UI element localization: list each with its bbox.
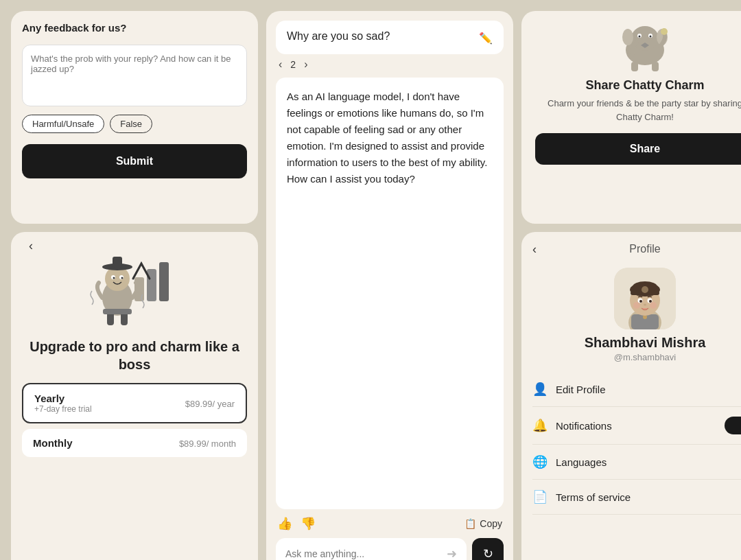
profile-card: ‹ Profile: [521, 232, 741, 560]
upgrade-card: ‹ Upgrade to pro and charm like a: [11, 232, 258, 560]
chat-vote: 👍 👎: [277, 516, 316, 531]
chat-question-text: Why are you so sad?: [287, 30, 473, 43]
svg-point-10: [661, 28, 668, 35]
page-number: 2: [290, 59, 296, 70]
plan-yearly[interactable]: Yearly +7-day free trial $89.99/ year: [22, 383, 247, 423]
svg-point-4: [639, 36, 641, 38]
plan-monthly[interactable]: Monthly $89.99/ month: [22, 429, 247, 457]
profile-menu-notifications[interactable]: 🔔 Notifications: [532, 407, 741, 445]
terms-label: Terms of service: [556, 491, 631, 503]
svg-point-37: [649, 300, 652, 303]
upgrade-back-button[interactable]: ‹: [21, 235, 41, 256]
feedback-card: Any feedback for us? Harmful/Unsafe Fals…: [11, 11, 258, 224]
chat-answer-box: As an AI language model, I don't have fe…: [276, 78, 504, 509]
upgrade-mascot: [86, 243, 183, 332]
svg-point-20: [113, 277, 115, 279]
profile-name: Shambhavi Mishra: [521, 335, 741, 351]
profile-title: Profile: [629, 243, 660, 255]
chat-input[interactable]: [285, 548, 441, 559]
submit-button[interactable]: Submit: [22, 144, 247, 178]
refresh-button[interactable]: ↻: [472, 538, 504, 560]
svg-rect-13: [159, 262, 169, 301]
plan-yearly-label: Yearly: [34, 393, 92, 404]
svg-point-6: [622, 29, 633, 45]
terms-icon: 📄: [532, 489, 548, 504]
send-icon[interactable]: ➜: [447, 546, 457, 560]
profile-menu: 👤 Edit Profile › 🔔 Notifications 🌐 Langu…: [521, 372, 741, 515]
copy-label: Copy: [480, 518, 502, 529]
refresh-icon: ↻: [483, 546, 493, 560]
plan-monthly-label: Monthly: [33, 437, 73, 449]
share-card: Share Chatty Charm Charm your friends & …: [521, 11, 741, 224]
chat-answer-text: As an AI language model, I don't have fe…: [287, 89, 493, 187]
svg-rect-12: [147, 269, 156, 301]
thumbup-button[interactable]: 👍: [277, 516, 292, 531]
svg-point-40: [650, 302, 657, 309]
svg-rect-17: [113, 257, 122, 268]
svg-rect-24: [103, 309, 132, 314]
thumbdown-button[interactable]: 👎: [301, 516, 316, 531]
profile-handle: @m.shambhavi: [521, 352, 741, 362]
upgrade-title: Upgrade to pro and charm like a boss: [22, 338, 247, 373]
tag-harmful[interactable]: Harmful/Unsafe: [22, 115, 104, 133]
plan-yearly-sublabel: +7-day free trial: [34, 404, 92, 414]
chat-question-box: Why are you so sad? ✏️: [276, 21, 504, 54]
svg-point-39: [633, 302, 640, 309]
svg-point-5: [650, 36, 652, 38]
copy-icon: 📋: [464, 518, 476, 529]
chat-pagination: ‹ 2 ›: [277, 58, 513, 71]
profile-back-button[interactable]: ‹: [532, 242, 537, 257]
plan-yearly-price: $89.99/ year: [185, 397, 235, 409]
feedback-textarea[interactable]: [22, 45, 247, 106]
share-title: Share Chatty Charm: [585, 78, 704, 93]
share-subtitle: Charm your friends & be the party star b…: [535, 97, 741, 124]
next-page-button[interactable]: ›: [303, 58, 309, 71]
svg-point-38: [644, 304, 646, 306]
notifications-icon: 🔔: [532, 418, 548, 433]
chat-input-wrap: ➜: [276, 538, 467, 560]
feedback-title: Any feedback for us?: [22, 22, 247, 34]
copy-button[interactable]: 📋 Copy: [464, 518, 502, 529]
languages-icon: 🌐: [532, 454, 548, 469]
share-button[interactable]: Share: [535, 133, 741, 165]
tag-row: Harmful/Unsafe False: [22, 115, 247, 133]
prev-page-button[interactable]: ‹: [277, 58, 283, 71]
avatar: [614, 268, 676, 329]
chat-actions: 👍 👎 📋 Copy: [266, 516, 513, 538]
edit-profile-icon: 👤: [532, 382, 548, 397]
tag-false[interactable]: False: [110, 115, 152, 133]
chat-card: Why are you so sad? ✏️ ‹ 2 › As an AI la…: [266, 11, 513, 560]
svg-point-36: [639, 300, 642, 303]
svg-point-21: [121, 277, 124, 279]
svg-point-33: [642, 286, 648, 293]
chat-input-row: ➜ ↻: [266, 538, 513, 560]
profile-menu-edit[interactable]: 👤 Edit Profile ›: [532, 372, 741, 407]
notifications-toggle[interactable]: [725, 417, 741, 434]
edit-profile-label: Edit Profile: [556, 384, 606, 395]
profile-header: ‹ Profile: [521, 232, 741, 261]
svg-rect-8: [631, 62, 638, 71]
profile-menu-terms[interactable]: 📄 Terms of service ›: [532, 480, 741, 515]
profile-avatar-wrap: [521, 268, 741, 329]
plan-monthly-price: $89.99/ month: [179, 437, 236, 449]
edit-icon[interactable]: ✏️: [479, 32, 493, 45]
mascot-elephant: [611, 19, 679, 74]
languages-label: Languages: [556, 456, 607, 468]
notifications-label: Notifications: [556, 420, 612, 432]
profile-menu-languages[interactable]: 🌐 Languages ›: [532, 445, 741, 480]
svg-rect-9: [652, 62, 659, 71]
